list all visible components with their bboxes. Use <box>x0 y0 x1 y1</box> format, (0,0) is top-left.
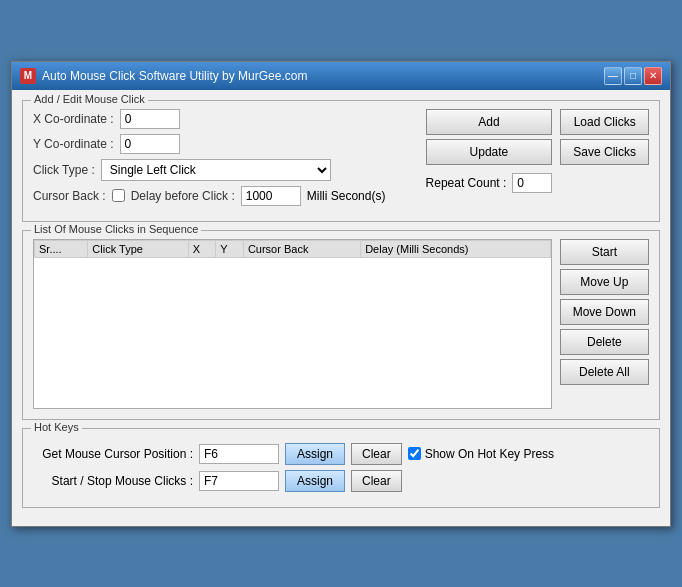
update-button[interactable]: Update <box>426 139 553 165</box>
window-title: Auto Mouse Click Software Utility by Mur… <box>42 69 307 83</box>
repeat-count-label: Repeat Count : <box>426 176 507 190</box>
maximize-button[interactable]: □ <box>624 67 642 85</box>
title-bar: M Auto Mouse Click Software Utility by M… <box>12 62 670 90</box>
list-group: List Of Mouse Clicks in Sequence Sr.... … <box>22 230 660 420</box>
title-buttons: — □ ✕ <box>604 67 662 85</box>
y-coord-input[interactable] <box>120 134 180 154</box>
x-coord-label: X Co-ordinate : <box>33 112 114 126</box>
delete-all-button[interactable]: Delete All <box>560 359 649 385</box>
main-window: M Auto Mouse Click Software Utility by M… <box>11 61 671 527</box>
ms-label: Milli Second(s) <box>307 189 386 203</box>
add-button[interactable]: Add <box>426 109 553 135</box>
list-buttons-area: Start Move Up Move Down Delete Delete Al… <box>560 239 649 409</box>
form-area: X Co-ordinate : Y Co-ordinate : Click Ty… <box>33 109 649 211</box>
click-type-row: Click Type : Single Left Click Single Ri… <box>33 159 418 181</box>
col-click-type: Click Type <box>88 240 188 257</box>
y-coord-label: Y Co-ordinate : <box>33 137 114 151</box>
click-type-label: Click Type : <box>33 163 95 177</box>
start-stop-clear-button[interactable]: Clear <box>351 470 402 492</box>
add-edit-group-label: Add / Edit Mouse Click <box>31 93 148 105</box>
list-table-wrap: Sr.... Click Type X Y Cursor Back Delay … <box>33 239 552 409</box>
get-position-label: Get Mouse Cursor Position : <box>33 447 193 461</box>
clicks-table-container: Sr.... Click Type X Y Cursor Back Delay … <box>33 239 552 409</box>
x-coord-input[interactable] <box>120 109 180 129</box>
load-clicks-button[interactable]: Load Clicks <box>560 109 649 135</box>
get-position-input[interactable] <box>199 444 279 464</box>
table-header-row: Sr.... Click Type X Y Cursor Back Delay … <box>35 240 551 257</box>
x-coord-row: X Co-ordinate : <box>33 109 418 129</box>
hotkeys-content: Get Mouse Cursor Position : Assign Clear… <box>33 437 649 492</box>
get-position-row: Get Mouse Cursor Position : Assign Clear… <box>33 443 649 465</box>
move-down-button[interactable]: Move Down <box>560 299 649 325</box>
cursor-back-checkbox[interactable] <box>112 189 125 202</box>
start-stop-label: Start / Stop Mouse Clicks : <box>33 474 193 488</box>
start-stop-assign-button[interactable]: Assign <box>285 470 345 492</box>
cursor-back-row: Cursor Back : Delay before Click : Milli… <box>33 186 418 206</box>
show-hotkey-checkbox[interactable] <box>408 447 421 460</box>
save-clicks-button[interactable]: Save Clicks <box>560 139 649 165</box>
list-area: Sr.... Click Type X Y Cursor Back Delay … <box>33 239 649 409</box>
list-group-label: List Of Mouse Clicks in Sequence <box>31 223 201 235</box>
col-delay: Delay (Milli Seconds) <box>361 240 550 257</box>
get-position-assign-button[interactable]: Assign <box>285 443 345 465</box>
repeat-count-input[interactable] <box>512 173 552 193</box>
add-edit-group: Add / Edit Mouse Click X Co-ordinate : Y… <box>22 100 660 222</box>
app-icon: M <box>20 68 36 84</box>
hotkeys-group-label: Hot Keys <box>31 421 82 433</box>
window-content: Add / Edit Mouse Click X Co-ordinate : Y… <box>12 90 670 526</box>
close-button[interactable]: ✕ <box>644 67 662 85</box>
repeat-count-row: Repeat Count : <box>426 173 553 193</box>
col-y: Y <box>216 240 244 257</box>
get-position-clear-button[interactable]: Clear <box>351 443 402 465</box>
start-stop-input[interactable] <box>199 471 279 491</box>
clicks-table: Sr.... Click Type X Y Cursor Back Delay … <box>34 240 551 258</box>
cursor-back-checkbox-area <box>112 189 125 202</box>
load-save-buttons: Load Clicks Save Clicks <box>560 109 649 211</box>
col-cursor-back: Cursor Back <box>243 240 360 257</box>
col-sr: Sr.... <box>35 240 88 257</box>
minimize-button[interactable]: — <box>604 67 622 85</box>
delete-button[interactable]: Delete <box>560 329 649 355</box>
y-coord-row: Y Co-ordinate : <box>33 134 418 154</box>
hotkeys-group: Hot Keys Get Mouse Cursor Position : Ass… <box>22 428 660 508</box>
move-up-button[interactable]: Move Up <box>560 269 649 295</box>
start-stop-row: Start / Stop Mouse Clicks : Assign Clear <box>33 470 649 492</box>
cursor-back-label: Cursor Back : <box>33 189 106 203</box>
click-type-select[interactable]: Single Left Click Single Right Click Dou… <box>101 159 331 181</box>
col-x: X <box>188 240 216 257</box>
title-bar-left: M Auto Mouse Click Software Utility by M… <box>20 68 307 84</box>
top-buttons-area: Add Update Repeat Count : <box>426 109 553 211</box>
delay-input[interactable] <box>241 186 301 206</box>
start-button[interactable]: Start <box>560 239 649 265</box>
show-hotkey-label: Show On Hot Key Press <box>408 447 554 461</box>
show-hotkey-text: Show On Hot Key Press <box>425 447 554 461</box>
form-fields: X Co-ordinate : Y Co-ordinate : Click Ty… <box>33 109 418 211</box>
delay-label: Delay before Click : <box>131 189 235 203</box>
